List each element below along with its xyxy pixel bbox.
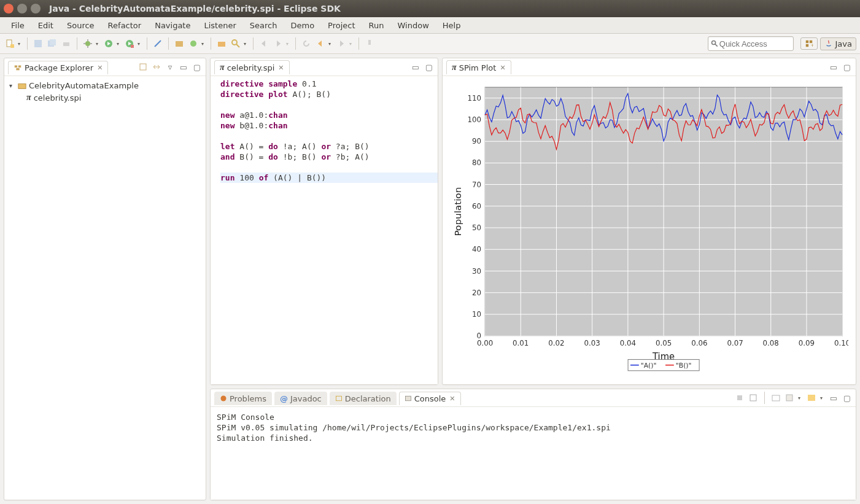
dropdown-icon[interactable]: ▾ [201, 41, 206, 47]
svg-rect-33 [15, 66, 17, 68]
maximize-view-icon[interactable]: ▢ [842, 393, 852, 403]
dropdown-icon[interactable]: ▾ [349, 41, 354, 47]
menu-refactor[interactable]: Refactor [102, 19, 148, 32]
dropdown-icon[interactable]: ▾ [244, 41, 249, 47]
svg-rect-37 [18, 83, 26, 88]
tab-javadoc[interactable]: @ Javadoc [274, 392, 327, 405]
save-icon[interactable] [32, 37, 44, 50]
maximize-view-icon[interactable]: ▢ [192, 62, 202, 72]
display-console-icon[interactable] [807, 393, 816, 403]
svg-text:110: 110 [468, 94, 482, 103]
svg-text:30: 30 [472, 266, 481, 275]
menu-file[interactable]: File [5, 19, 31, 32]
run-icon[interactable] [103, 37, 115, 50]
collapse-all-icon[interactable] [138, 62, 148, 72]
close-icon[interactable]: ✕ [97, 64, 103, 72]
console-output[interactable]: SPiM Console SPiM v0.05 simulating /home… [211, 407, 856, 500]
pin-icon[interactable] [363, 37, 376, 50]
svg-rect-29 [805, 41, 808, 43]
maximize-view-icon[interactable]: ▢ [842, 62, 852, 72]
chevron-down-icon[interactable]: ▾ [9, 82, 15, 89]
package-explorer-icon [14, 63, 22, 72]
close-icon[interactable]: ✕ [449, 395, 455, 403]
menu-project[interactable]: Project [322, 19, 361, 32]
quick-access-input[interactable] [718, 39, 791, 49]
quick-access[interactable] [708, 36, 794, 51]
tab-console[interactable]: Console ✕ [399, 392, 461, 405]
open-type-icon[interactable] [215, 37, 228, 50]
dropdown-icon[interactable]: ▾ [798, 395, 803, 401]
svg-text:10: 10 [472, 310, 481, 319]
svg-text:0.04: 0.04 [620, 339, 636, 347]
svg-marker-22 [261, 41, 265, 47]
tree-file[interactable]: π celebrity.spi [9, 91, 201, 104]
search-icon[interactable] [230, 37, 242, 50]
tab-editor[interactable]: π celebrity.spi ✕ [214, 60, 290, 74]
save-all-icon[interactable] [46, 37, 58, 50]
menu-run[interactable]: Run [363, 19, 390, 32]
tab-declaration[interactable]: Declaration [330, 392, 397, 405]
svg-rect-17 [176, 41, 183, 47]
new-icon[interactable] [4, 37, 16, 50]
menu-search[interactable]: Search [244, 19, 284, 32]
perspective-java-button[interactable]: Java [820, 37, 856, 50]
open-perspective-button[interactable]: + [800, 37, 818, 50]
tab-problems[interactable]: Problems [214, 392, 272, 405]
dropdown-icon[interactable]: ▾ [138, 41, 142, 47]
svg-rect-26 [368, 40, 371, 45]
print-icon[interactable] [60, 37, 72, 50]
minimize-icon[interactable] [17, 4, 27, 14]
javadoc-icon: @ [280, 394, 288, 403]
close-icon[interactable] [4, 4, 14, 14]
view-menu-icon[interactable]: ▿ [165, 62, 175, 72]
dropdown-icon[interactable]: ▾ [328, 41, 333, 47]
menu-listener[interactable]: Listener [198, 19, 242, 32]
dropdown-icon[interactable]: ▾ [96, 41, 101, 47]
minimize-view-icon[interactable]: ▭ [411, 62, 420, 72]
dropdown-icon[interactable]: ▾ [286, 41, 291, 47]
svg-text:0.02: 0.02 [548, 339, 564, 347]
menu-window[interactable]: Window [392, 19, 435, 32]
close-icon[interactable]: ✕ [500, 64, 505, 72]
tab-package-explorer[interactable]: Package Explorer ✕ [8, 61, 108, 74]
last-edit-icon[interactable] [300, 37, 312, 50]
wand-icon[interactable] [152, 37, 164, 50]
run-ext-icon[interactable] [123, 37, 136, 50]
menu-edit[interactable]: Edit [32, 19, 60, 32]
new-package-icon[interactable] [173, 37, 185, 50]
link-editor-icon[interactable] [152, 62, 161, 72]
pi-icon: π [26, 93, 31, 103]
svg-rect-99 [808, 395, 815, 401]
tree-project[interactable]: ▾ CelebrityAutomataExample [9, 80, 201, 91]
menu-demo[interactable]: Demo [284, 19, 320, 32]
close-icon[interactable]: ✕ [278, 64, 284, 72]
scroll-lock-icon[interactable] [784, 393, 794, 403]
remove-launch-icon[interactable] [748, 393, 758, 403]
nav-prev-icon[interactable] [258, 37, 270, 50]
maximize-view-icon[interactable]: ▢ [424, 62, 434, 72]
forward-icon[interactable] [335, 37, 347, 50]
clear-console-icon[interactable] [771, 393, 781, 403]
tab-plot[interactable]: π SPim Plot ✕ [446, 60, 511, 74]
back-icon[interactable] [314, 37, 327, 50]
maximize-icon[interactable] [31, 4, 41, 14]
minimize-view-icon[interactable]: ▭ [179, 62, 188, 72]
dropdown-icon[interactable]: ▾ [820, 395, 825, 401]
svg-rect-15 [131, 45, 134, 48]
debug-icon[interactable] [82, 37, 94, 50]
dropdown-icon[interactable]: ▾ [117, 41, 122, 47]
minimize-view-icon[interactable]: ▭ [829, 62, 839, 72]
package-explorer-title: Package Explorer [25, 63, 93, 72]
code-editor[interactable]: directive sample 0.1directive plot A(); … [211, 76, 438, 384]
svg-rect-5 [63, 42, 69, 46]
menu-help[interactable]: Help [436, 19, 467, 32]
package-explorer-tree[interactable]: ▾ CelebrityAutomataExample π celebrity.s… [4, 76, 206, 107]
terminate-icon[interactable] [735, 393, 745, 403]
menu-navigate[interactable]: Navigate [149, 19, 196, 32]
new-class-icon[interactable] [187, 37, 200, 50]
svg-line-21 [236, 44, 239, 47]
minimize-view-icon[interactable]: ▭ [829, 393, 839, 403]
nav-next-icon[interactable] [272, 37, 284, 50]
dropdown-icon[interactable]: ▾ [18, 41, 23, 47]
menu-source[interactable]: Source [61, 19, 101, 32]
